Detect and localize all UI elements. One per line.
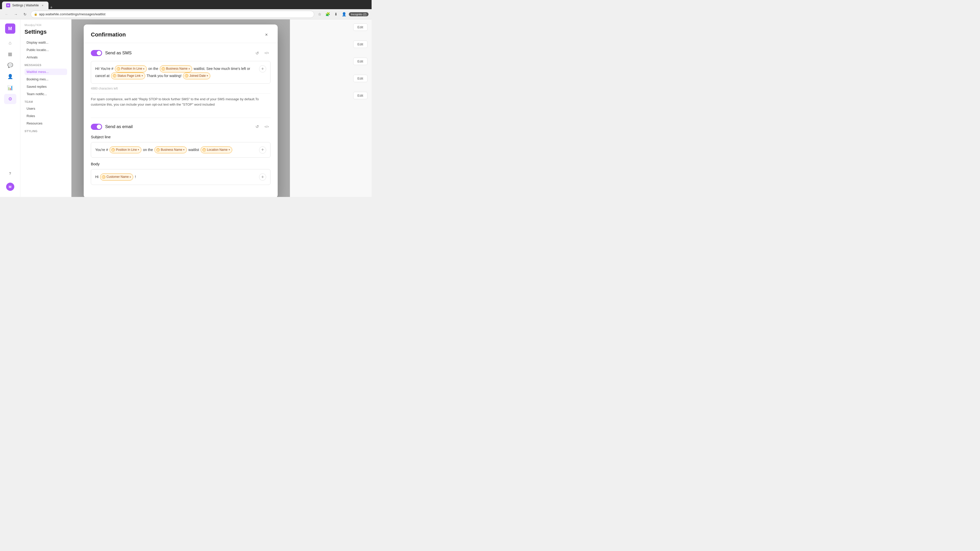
breadcrumb: Moodjoy7434 — [24, 24, 67, 27]
subject-tag-business-label: Business Name — [161, 147, 182, 153]
section-divider — [91, 118, 270, 118]
subject-message-area[interactable]: + You're # ⓘ Position In Line ▾ on the ⓘ… — [91, 142, 270, 158]
nav-arrivals[interactable]: Arrivals — [24, 54, 67, 60]
sidebar-item-users[interactable]: 👤 — [4, 71, 16, 82]
sms-tag-business-chevron: ▾ — [189, 67, 190, 71]
sms-tag-business-label: Business Name — [166, 66, 188, 72]
avatar: M — [5, 24, 15, 34]
tab-close-button[interactable]: × — [41, 3, 45, 7]
body-tag-customer-icon: ⓘ — [102, 175, 105, 179]
sms-tag-position[interactable]: ⓘ Position In Line ▾ — [115, 65, 147, 73]
sidebar-item-chat[interactable]: 💬 — [4, 60, 16, 70]
sms-tag-business[interactable]: ⓘ Business Name ▾ — [160, 65, 192, 73]
active-tab[interactable]: M Settings | Waitwhile × — [2, 2, 48, 9]
modal-close-button[interactable]: × — [262, 30, 270, 39]
sms-message-area[interactable]: + Hi! You're # ⓘ Position In Line ▾ on t… — [91, 61, 270, 84]
edit-row-1: Edit — [294, 24, 368, 31]
subject-tag-location[interactable]: ⓘ Location Name ▾ — [200, 146, 232, 154]
forward-button[interactable]: → — [12, 11, 19, 18]
sms-section-left: Send as SMS — [91, 50, 132, 56]
edit-button-5[interactable]: Edit — [353, 92, 368, 99]
subject-tag-position-icon: ⓘ — [111, 148, 115, 152]
back-button[interactable]: ← — [3, 11, 10, 18]
nav-saved-replies[interactable]: Saved replies — [24, 83, 67, 90]
nav-resources[interactable]: Resources — [24, 120, 67, 127]
sms-add-button[interactable]: + — [259, 65, 266, 73]
sidebar-item-settings[interactable]: ⚙ — [4, 94, 16, 104]
sms-text-1: Hi! You're # — [95, 67, 115, 71]
modal-header: Confirmation × — [84, 24, 278, 43]
subject-add-button[interactable]: + — [259, 146, 266, 154]
url-text: app.waitwhile.com/settings/messages/wait… — [39, 12, 105, 16]
edit-button-3[interactable]: Edit — [353, 58, 368, 65]
email-section-actions: ↺ </> — [253, 123, 270, 130]
right-panel: Edit Edit Edit Edit Edit — [290, 19, 372, 197]
tab-bar: M Settings | Waitwhile × + — [0, 0, 372, 9]
sms-tag-status[interactable]: ⓘ Status Page Link ▾ — [111, 73, 145, 79]
nav-booking-messages[interactable]: Booking mes... — [24, 76, 67, 83]
body-text-2: ! — [135, 175, 136, 179]
subject-line-label: Subject line — [91, 135, 270, 139]
body-message-area[interactable]: + Hi ⓘ Customer Name ▾ ! — [91, 169, 270, 185]
edit-button-4[interactable]: Edit — [353, 75, 368, 82]
profile-button[interactable]: 👤 — [341, 11, 348, 18]
sms-text-4: Thank you for waiting! — [146, 73, 183, 78]
sms-code-button[interactable]: </> — [263, 49, 270, 57]
extensions-button[interactable]: 🧩 — [325, 11, 331, 18]
user-avatar-bottom[interactable]: M — [6, 183, 14, 191]
sidebar-item-analytics[interactable]: 📊 — [4, 83, 16, 93]
tab-title: Settings | Waitwhile — [12, 3, 39, 7]
nav-display-waitlist[interactable]: Display waitli... — [24, 39, 67, 46]
edit-button-2[interactable]: Edit — [353, 41, 368, 48]
sms-section-header: Send as SMS ↺ </> — [91, 49, 270, 57]
section-team-label: Team — [24, 100, 67, 103]
url-bar[interactable]: 🔒 app.waitwhile.com/settings/messages/wa… — [30, 11, 314, 18]
edit-row-2: Edit — [294, 41, 368, 48]
sidebar-item-home[interactable]: ⌂ — [4, 38, 16, 48]
nav-public-location[interactable]: Public locatio... — [24, 47, 67, 53]
subject-tag-business-chevron: ▾ — [183, 148, 185, 152]
sms-tag-position-label: Position In Line — [121, 66, 142, 72]
email-code-button[interactable]: </> — [263, 123, 270, 130]
bookmark-button[interactable]: ☆ — [316, 11, 323, 18]
confirmation-modal: Confirmation × Send as SMS — [84, 24, 278, 197]
sms-tag-joined[interactable]: ⓘ Joined Date ▾ — [183, 73, 210, 79]
body-tag-customer-label: Customer Name — [107, 174, 129, 180]
subject-tag-position-chevron: ▾ — [138, 148, 139, 152]
download-button[interactable]: ⬇ — [332, 11, 340, 18]
subject-text-1: You're # — [95, 148, 109, 151]
sms-tag-position-chevron: ▾ — [143, 67, 145, 71]
left-panel: Moodjoy7434 Settings Display waitli... P… — [21, 19, 72, 197]
refresh-button[interactable]: ↻ — [21, 11, 29, 18]
nav-roles[interactable]: Roles — [24, 113, 67, 119]
sms-text-2: on the — [148, 67, 159, 71]
modal-overlay[interactable]: Confirmation × Send as SMS — [72, 19, 290, 197]
sms-refresh-button[interactable]: ↺ — [253, 49, 261, 57]
sms-char-count: 4880 characters left — [91, 87, 270, 90]
body-add-button[interactable]: + — [259, 173, 266, 181]
sms-toggle[interactable] — [91, 50, 102, 56]
modal-title: Confirmation — [91, 32, 126, 38]
nav-waitlist-messages[interactable]: Waitlist mess... — [24, 68, 67, 75]
sidebar-item-calendar[interactable]: ▦ — [4, 49, 16, 59]
edit-button-1[interactable]: Edit — [353, 24, 368, 31]
page-title: Settings — [24, 29, 67, 35]
nav-team-notifications[interactable]: Team notific... — [24, 91, 67, 97]
secure-icon: 🔒 — [34, 13, 38, 16]
sms-tag-business-icon: ⓘ — [162, 67, 165, 71]
subject-tag-position[interactable]: ⓘ Position In Line ▾ — [110, 146, 142, 154]
nav-users[interactable]: Users — [24, 105, 67, 112]
edit-row-4: Edit — [294, 75, 368, 82]
email-toggle-knob — [97, 124, 101, 129]
sms-toggle-knob — [97, 51, 101, 56]
email-toggle[interactable] — [91, 124, 102, 130]
email-refresh-button[interactable]: ↺ — [253, 123, 261, 130]
sms-tag-joined-chevron: ▾ — [207, 74, 208, 78]
browser-chrome: M Settings | Waitwhile × + ← → ↻ 🔒 app.w… — [0, 0, 372, 19]
sidebar-item-help[interactable]: ? — [4, 168, 16, 179]
body-tag-customer[interactable]: ⓘ Customer Name ▾ — [100, 173, 133, 181]
section-messages-label: Messages — [24, 64, 67, 67]
new-tab-button[interactable]: + — [49, 6, 53, 9]
subject-tag-business[interactable]: ⓘ Business Name ▾ — [154, 146, 187, 154]
subject-tag-business-icon: ⓘ — [156, 148, 160, 152]
